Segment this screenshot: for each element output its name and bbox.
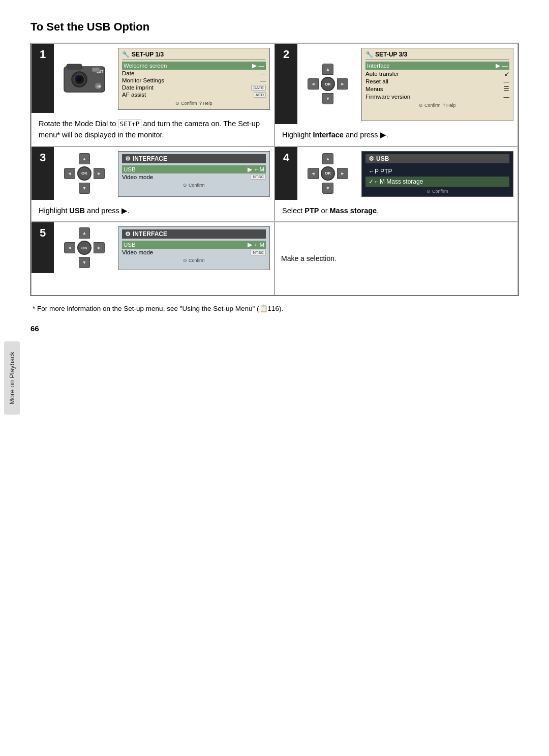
sidebar-label: More on Playback — [4, 341, 20, 415]
dpad-right-3: ► — [94, 168, 105, 179]
dpad-right-4: ► — [337, 168, 348, 179]
dpad-center-4: OK — [321, 166, 335, 181]
dpad-up-2: ▲ — [322, 64, 333, 75]
dpad-left-2: ◄ — [308, 78, 319, 90]
step-5-cell: 5 ▲ ▼ ◄ ► OK ⚙ INTERFACE — [31, 222, 274, 295]
svg-point-4 — [77, 77, 82, 82]
step-3-menu-footer: ⊙ Confirm — [122, 183, 266, 188]
step-4-camera: ▲ ▼ ◄ ► OK — [297, 147, 358, 200]
dpad-left-3: ◄ — [64, 168, 75, 179]
step-3-menu-item-0: USB▶ ←M — [122, 165, 266, 173]
step-4-menu-footer: ⊙ Confirm — [365, 189, 509, 194]
dpad-center-3: OK — [77, 166, 92, 181]
step-5-menu-title: ⚙ INTERFACE — [122, 229, 266, 239]
dpad-right-5: ► — [94, 242, 105, 253]
step-2-menu-item-2: Reset all— — [365, 78, 509, 85]
dpad-left-4: ◄ — [308, 168, 319, 179]
step-1-number: 1 — [32, 44, 54, 113]
step-3-menu-item-1: Video modeNTSC — [122, 173, 266, 181]
page-number: 66 — [30, 324, 518, 333]
dpad-down-5: ▼ — [79, 257, 90, 268]
step-5-text: Make a selection. — [275, 248, 517, 269]
step-4-menu-title: ⚙ USB — [365, 154, 509, 163]
steps-grid: 1 SET OK — [30, 43, 518, 296]
step-4-screen: ⚙ USB ←P PTP ✓←M Mass storage ⊙ Confirm — [358, 147, 517, 200]
step-2-cell: 2 ▲ ▼ ◄ ► OK 🔧 SET-UP 3/3 — [274, 43, 518, 147]
dpad-center-2: OK — [321, 77, 335, 91]
page-title: To Set the USB Option — [30, 20, 518, 34]
step-3-description: Highlight USB and press ▶. — [32, 200, 274, 221]
step-3-number: 3 — [32, 147, 54, 200]
step-5-menu-item-0: USB▶ ←M — [122, 241, 266, 249]
step-2-number: 2 — [275, 44, 297, 124]
svg-rect-7 — [92, 68, 100, 72]
step-2-menu-title: 🔧 SET-UP 3/3 — [365, 51, 509, 60]
step-1-description: Rotate the Mode Dial to SET↑P and turn t… — [32, 113, 274, 146]
dpad-left-5: ◄ — [64, 242, 75, 253]
step-3-screen: ⚙ INTERFACE USB▶ ←M Video modeNTSC ⊙ Con… — [115, 147, 274, 200]
svg-text:OK: OK — [97, 85, 102, 88]
step-5-menu-footer: ⊙ Confirm — [122, 258, 266, 263]
step-1-menu-footer: ⊙ Confirm ？Help — [122, 100, 266, 107]
step-2-menu-item-4: Firmware version— — [365, 93, 509, 100]
step-5-number: 5 — [32, 222, 54, 273]
step-5-text-cell: Make a selection. — [274, 222, 518, 295]
dpad-up-3: ▲ — [79, 153, 90, 164]
dpad-up-4: ▲ — [322, 153, 333, 164]
step-1-camera: SET OK — [54, 44, 115, 113]
step-2-camera: ▲ ▼ ◄ ► OK — [297, 44, 358, 124]
dpad-up-5: ▲ — [79, 227, 90, 239]
dpad-center-5: OK — [77, 241, 92, 255]
step-1-screen: 🔧 SET-UP 1/3 Welcome screen▶ — Date— Mon… — [115, 44, 274, 113]
step-4-description: Select PTP or Mass storage. — [275, 200, 517, 221]
step-1-menu-title: 🔧 SET-UP 1/3 — [122, 51, 266, 60]
step-2-menu-item-3: Menus☰ — [365, 85, 509, 93]
step-2-description: Highlight Interface and press ▶. — [275, 124, 517, 146]
step-1-menu-item-0: Welcome screen▶ — — [122, 62, 266, 70]
step-2-screen: 🔧 SET-UP 3/3 Interface▶ — Auto transfer↙… — [358, 44, 517, 124]
step-5-menu-item-1: Video modeNTSC — [122, 249, 266, 256]
step-1-cell: 1 SET OK — [31, 43, 274, 147]
step-5-screen: ⚙ INTERFACE USB▶ ←M Video modeNTSC ⊙ Con… — [115, 222, 274, 273]
step-1-menu-item-2: Monitor Settings— — [122, 77, 266, 84]
dpad-down-4: ▼ — [322, 183, 333, 194]
step-2-menu-item-0: Interface▶ — — [365, 62, 509, 70]
step-3-menu-title: ⚙ INTERFACE — [122, 154, 266, 163]
step-2-menu-item-1: Auto transfer↙ — [365, 70, 509, 78]
step-1-menu-item-1: Date— — [122, 70, 266, 77]
step-4-number: 4 — [275, 147, 297, 200]
step-1-menu-item-3: Date imprintDATE — [122, 84, 266, 91]
svg-rect-1 — [67, 64, 82, 69]
step-5-description — [32, 273, 274, 295]
step-3-cell: 3 ▲ ▼ ◄ ► OK ⚙ INTERFACE — [31, 147, 274, 222]
step-4-menu-item-ptp: ←P PTP — [365, 166, 509, 177]
step-3-camera: ▲ ▼ ◄ ► OK — [54, 147, 115, 200]
dpad-down-3: ▼ — [79, 183, 90, 194]
step-4-cell: 4 ▲ ▼ ◄ ► OK ⚙ USB — [274, 147, 518, 222]
step-4-menu-item-mass: ✓←M Mass storage — [365, 177, 509, 187]
step-5-camera: ▲ ▼ ◄ ► OK — [54, 222, 115, 273]
step-1-menu-item-4: AF assistAED — [122, 91, 266, 98]
step-2-menu-footer: ⊙ Confirm ？Help — [365, 102, 509, 109]
dpad-down-2: ▼ — [322, 93, 333, 104]
footnote: * For more information on the Set-up men… — [30, 303, 518, 314]
dpad-right-2: ► — [337, 78, 348, 90]
